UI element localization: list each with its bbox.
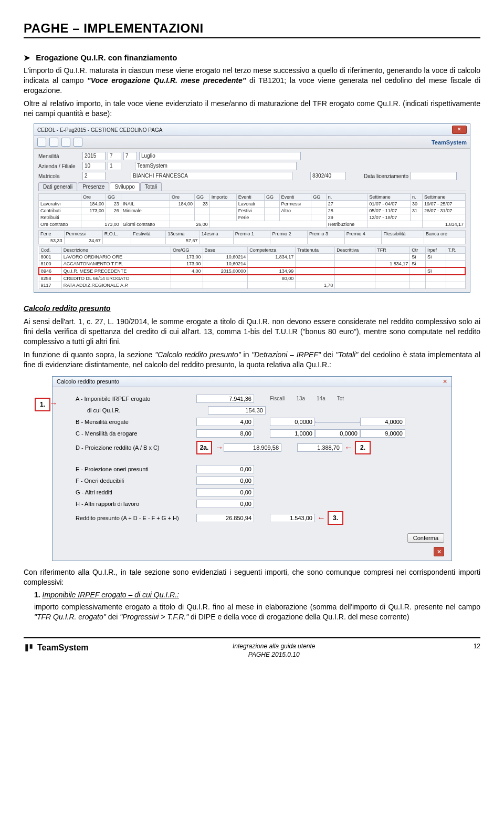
- row-value[interactable]: 1.388,70: [297, 443, 342, 452]
- label-matricola: Matricola: [38, 173, 80, 179]
- list-text: importo complessivamente erogato a titol…: [34, 602, 480, 622]
- tab-presenze[interactable]: Presenze: [78, 182, 109, 191]
- tab-totali[interactable]: Totali: [140, 182, 162, 191]
- field-mat-n[interactable]: 2: [82, 172, 106, 180]
- list-num: 1.: [34, 591, 40, 599]
- para-calc-2: In funzione di quanto sopra, la sezione …: [24, 350, 480, 370]
- conferma-button[interactable]: Conferma: [407, 533, 444, 543]
- row-label: Reddito presunto (A + D - E - F + G + H): [76, 515, 196, 521]
- row-label: A - Imponibile IRPEF erogato: [76, 396, 196, 402]
- window2-titlebar: Calcolo reddito presunto ✕: [52, 377, 452, 387]
- close-icon[interactable]: ✕: [452, 126, 467, 134]
- arrow-icon: ➤: [24, 53, 30, 63]
- tab-dati-generali[interactable]: Dati generali: [38, 182, 77, 191]
- row-value[interactable]: [315, 421, 360, 423]
- ordered-list: 1. Imponibile IRPEF erogato – di cui Qu.…: [34, 591, 480, 622]
- label-azienda: Azienda / Filiale: [38, 163, 80, 169]
- table-row[interactable]: 8001LAVORO ORDINARIO ORE 173,0010,60214 …: [39, 254, 465, 261]
- row-value[interactable]: 26.850,94: [196, 514, 254, 522]
- row-label: D - Proiezione reddito (A / B x C): [76, 444, 196, 451]
- callout-3: 3.: [328, 511, 343, 525]
- nav-first-icon[interactable]: [37, 138, 46, 147]
- table-row: Contributi173,0026 Minimale Festivi Altr…: [39, 208, 466, 214]
- close-icon[interactable]: ✕: [434, 547, 444, 556]
- table-row: Retribuiti Ferie 29 12/07 - 18/07: [39, 214, 466, 221]
- para-2: Oltre al relativo importo, in tale voce …: [24, 99, 480, 119]
- table-row[interactable]: 9117RATA ADDIZ.REGIONALE A.P. 1,78: [39, 282, 465, 289]
- row-label: G - Altri redditi: [76, 489, 196, 495]
- nav-prev-icon[interactable]: [49, 138, 58, 147]
- window2-title: Calcolo reddito presunto: [57, 378, 119, 385]
- form-area: Mensilità 2015 7 7 Luglio Azienda / Fili…: [34, 149, 470, 292]
- row-value[interactable]: 154,30: [208, 406, 266, 415]
- page-number: 12: [459, 643, 480, 650]
- row-value[interactable]: 1.543,00: [270, 514, 315, 522]
- table-row: Ore contratto173,00 Giorni contratto26,0…: [39, 221, 466, 228]
- row-value[interactable]: 18.909,58: [224, 443, 281, 452]
- row-value[interactable]: 0,0000: [270, 418, 315, 426]
- label-mensilita: Mensilità: [38, 153, 80, 159]
- window-titlebar: CEDOL - E-Pag2015 - GESTIONE CEDOLINO PA…: [34, 124, 470, 136]
- row-value[interactable]: 0,00: [196, 500, 254, 508]
- field-mese-txt[interactable]: Luglio: [139, 152, 301, 160]
- row-value[interactable]: 0,0000: [315, 429, 360, 438]
- field-anno[interactable]: 2015: [82, 152, 106, 160]
- label-data-lic: Data licenziamento: [364, 173, 408, 179]
- row-value[interactable]: 4,00: [196, 418, 254, 426]
- arrow-icon: ←: [317, 513, 326, 523]
- row-value[interactable]: 4,0000: [360, 418, 405, 426]
- field-mese-v[interactable]: 7: [123, 152, 137, 160]
- subheading-calcolo: Calcolo reddito presunto: [24, 304, 480, 313]
- table-row-highlighted[interactable]: 8946Qu.I.R. MESE PRECEDENTE 4,002015,000…: [39, 267, 465, 275]
- callout-2: 2.: [355, 441, 371, 454]
- page-footer: TeamSystem Integrazione alla guida utent…: [24, 637, 480, 659]
- para-calc-1: Ai sensi dell'art. 1, c. 27, L. 190/2014…: [24, 317, 480, 347]
- row-value[interactable]: 1,0000: [270, 429, 315, 438]
- teamsystem-logo: TeamSystem: [432, 139, 467, 146]
- table-row: Lavorativi184,0023 INAIL184,0023 Lavorat…: [39, 201, 466, 208]
- window-title: CEDOL - E-Pag2015 - GESTIONE CEDOLINO PA…: [37, 127, 162, 133]
- grid-ore: OreGG OreGG ImportoEventiGG EventiGGn. S…: [38, 193, 466, 228]
- row-value[interactable]: 7.941,36: [196, 395, 254, 403]
- arrow-icon: ←: [344, 443, 353, 452]
- field-mat-txt[interactable]: BIANCHI FRANCESCA: [131, 172, 292, 180]
- row-label: C - Mensilità da erogare: [76, 430, 196, 437]
- footer-logo: TeamSystem: [24, 643, 89, 653]
- page-header: PAGHE – IMPLEMENTAZIONI: [24, 21, 480, 38]
- grid-ferie: FeriePermessiR.O.L. Festività13esma14esm…: [38, 230, 466, 244]
- row-value[interactable]: 9,0000: [360, 429, 405, 438]
- row-label: F - Oneri deducibili: [76, 478, 196, 484]
- row-value[interactable]: 0,00: [196, 477, 254, 485]
- col-header: Fiscali: [270, 396, 285, 401]
- field-az-f[interactable]: 1: [108, 162, 121, 170]
- col-header: Tot: [337, 396, 344, 401]
- row-label: di cui Qu.I.R.: [76, 407, 208, 413]
- field-codfisc[interactable]: 8302/40: [310, 172, 346, 180]
- tabs: Dati generali Presenze Sviluppo Totali: [38, 182, 466, 191]
- para-after-1: Con riferimento alla Qu.I.R., in tale se…: [24, 567, 480, 587]
- col-header: 14a: [317, 396, 326, 401]
- close-icon[interactable]: ✕: [443, 378, 447, 385]
- nav-next-icon[interactable]: [61, 138, 70, 147]
- field-mese-n[interactable]: 7: [108, 152, 121, 160]
- row-label: B - Mensilità erogate: [76, 419, 196, 425]
- field-data-lic[interactable]: [411, 172, 457, 180]
- callout-1: 1.: [35, 398, 50, 411]
- section-title: ➤ Erogazione Qu.I.R. con finanziamento: [24, 53, 480, 63]
- row-value[interactable]: 0,00: [196, 488, 254, 496]
- arrow-icon: →: [215, 443, 224, 452]
- arrow-icon: →: [49, 399, 58, 408]
- window-cedolino: CEDOL - E-Pag2015 - GESTIONE CEDOLINO PA…: [34, 123, 470, 293]
- row-value[interactable]: 8,00: [196, 429, 254, 438]
- list-label: Imponibile IRPEF erogato – di cui Qu.I.R…: [43, 591, 179, 599]
- tab-sviluppo[interactable]: Sviluppo: [110, 182, 139, 191]
- col-header: 13a: [296, 396, 305, 401]
- table-row[interactable]: 8258CREDITO DL 66/14 EROGATO 80,00: [39, 275, 465, 282]
- table-row[interactable]: 8100ACCANTONAMENTO T.F.R. 173,0010,60214…: [39, 261, 465, 268]
- field-az-txt[interactable]: TeamSystem: [135, 162, 297, 170]
- row-value[interactable]: 0,00: [196, 465, 254, 473]
- row-label: E - Proiezione oneri presunti: [76, 466, 196, 472]
- row-label: H - Altri rapporti di lavoro: [76, 501, 196, 507]
- nav-last-icon[interactable]: [74, 138, 82, 147]
- field-az-n[interactable]: 10: [82, 162, 106, 170]
